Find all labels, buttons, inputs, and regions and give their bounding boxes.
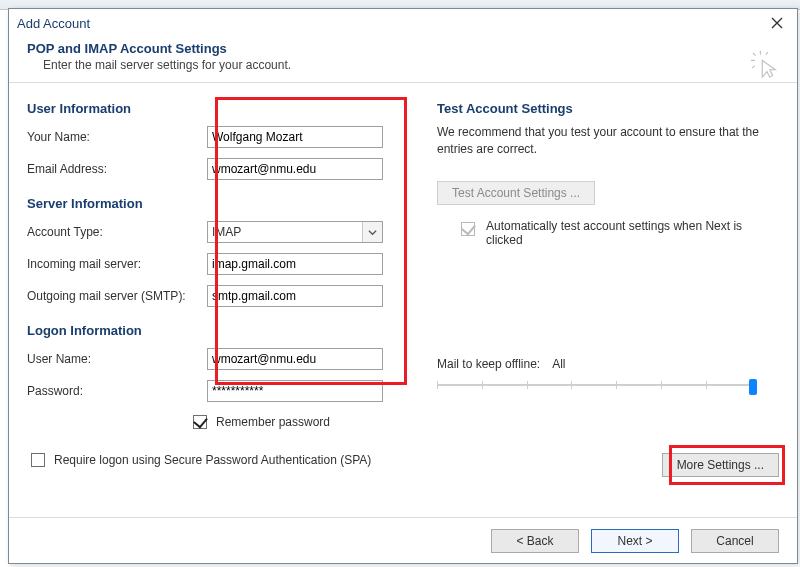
right-column: Test Account Settings We recommend that … [437,97,779,470]
test-account-description: We recommend that you test your account … [437,124,779,159]
remember-password-checkbox[interactable] [193,415,207,429]
your-name-input[interactable] [207,126,383,148]
password-label: Password: [27,384,207,398]
user-name-input[interactable] [207,348,383,370]
cancel-button[interactable]: Cancel [691,529,779,553]
section-test-account: Test Account Settings [437,101,779,116]
chevron-down-icon [368,228,377,237]
mail-keep-offline-slider[interactable] [437,377,757,393]
section-logon-information: Logon Information [27,323,407,338]
next-button[interactable]: Next > [591,529,679,553]
dialog-subheading: Enter the mail server settings for your … [27,58,779,72]
dialog-heading: POP and IMAP Account Settings [27,41,779,56]
section-server-information: Server Information [27,196,407,211]
titlebar: Add Account [9,9,797,37]
left-column: User Information Your Name: Email Addres… [27,97,407,470]
email-address-label: Email Address: [27,162,207,176]
close-button[interactable] [763,13,791,33]
cursor-icon [751,51,781,84]
account-type-select[interactable]: IMAP [207,221,383,243]
spa-label: Require logon using Secure Password Auth… [54,453,371,467]
more-settings-button[interactable]: More Settings ... [662,453,779,477]
spa-checkbox[interactable] [31,453,45,467]
password-input[interactable] [207,380,383,402]
dialog-title: Add Account [17,16,90,31]
your-name-label: Your Name: [27,130,207,144]
dialog-header: POP and IMAP Account Settings Enter the … [9,37,797,82]
outgoing-server-input[interactable] [207,285,383,307]
account-type-value: IMAP [212,225,241,239]
add-account-dialog: Add Account POP and IMAP Account Setting… [8,8,798,564]
auto-test-label: Automatically test account settings when… [486,219,746,247]
slider-ticks [437,381,757,389]
email-address-input[interactable] [207,158,383,180]
remember-password-label: Remember password [216,415,330,429]
outgoing-server-label: Outgoing mail server (SMTP): [27,289,207,303]
dialog-footer: < Back Next > Cancel [9,517,797,563]
user-name-label: User Name: [27,352,207,366]
slider-thumb[interactable] [749,379,757,395]
test-account-settings-button[interactable]: Test Account Settings ... [437,181,595,205]
mail-keep-offline-value: All [552,357,565,371]
incoming-server-label: Incoming mail server: [27,257,207,271]
incoming-server-input[interactable] [207,253,383,275]
section-user-information: User Information [27,101,407,116]
mail-keep-offline-label: Mail to keep offline: [437,357,540,371]
account-type-dropdown-button[interactable] [362,222,382,242]
close-icon [771,17,783,29]
account-type-label: Account Type: [27,225,207,239]
auto-test-checkbox[interactable] [461,222,475,236]
back-button[interactable]: < Back [491,529,579,553]
